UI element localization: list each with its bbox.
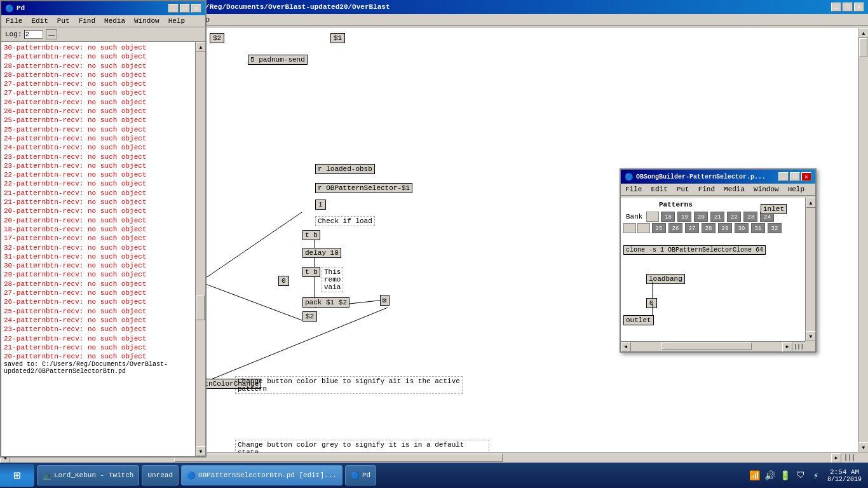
- network-icon[interactable]: 📶: [749, 469, 761, 482]
- pd-vscroll-down[interactable]: ▼: [196, 446, 205, 456]
- pattern-btn-31[interactable]: 31: [751, 223, 765, 233]
- obj-tb-right2[interactable]: t b: [302, 267, 320, 277]
- sub-menu-file[interactable]: File: [623, 185, 644, 194]
- log-line: 28-patternbtn-recv: no such object: [4, 62, 193, 71]
- sub-htrack: [631, 342, 782, 351]
- pattern-btn-28[interactable]: 28: [702, 223, 715, 233]
- sub-obj-inlet[interactable]: inlet: [761, 204, 787, 214]
- obj-tb-right1[interactable]: t b: [302, 230, 320, 240]
- pd-menu-media[interactable]: Media: [102, 17, 127, 25]
- obj-xbox-t[interactable]: ⊠: [380, 295, 390, 306]
- pd-toolbar: Log: —: [1, 27, 205, 42]
- time-display: 2:54 AM: [827, 468, 862, 476]
- pd-menu-file[interactable]: File: [4, 17, 24, 25]
- sub-menu-put[interactable]: Put: [675, 185, 691, 194]
- sub-menu-media[interactable]: Media: [722, 185, 747, 194]
- sub-patch-titlebar: 🔵 OBSongBuilder-PatternSelector.p... _ □…: [621, 170, 815, 184]
- obj-delay10[interactable]: delay 10: [302, 248, 341, 258]
- pd-close-btn[interactable]: ✕: [191, 4, 201, 13]
- bank-label: Bank: [623, 212, 645, 221]
- taskbar-twitch[interactable]: 📺 Lord_Kebun - Twitch: [37, 465, 139, 485]
- sub-obj-outlet[interactable]: outlet: [623, 315, 654, 325]
- pattern-btn-21[interactable]: 21: [710, 212, 724, 222]
- tray-icons: 📶 🔊 🔋 🛡 ⚡: [749, 469, 822, 482]
- obj-r-obpat[interactable]: r OBPatternSelector-$1: [315, 183, 412, 193]
- pattern-btn-30[interactable]: 30: [735, 223, 749, 233]
- shield-icon[interactable]: 🛡: [794, 469, 807, 482]
- pattern-btn-26[interactable]: 26: [668, 223, 682, 233]
- sub-vscroll-up[interactable]: ▲: [806, 198, 816, 208]
- taskbar-unread[interactable]: Unread: [142, 465, 179, 485]
- log-input[interactable]: [24, 30, 43, 39]
- log-line: 30-patternbtn-recv: no such object: [4, 43, 193, 52]
- log-line: 27-patternbtn-recv: no such object: [4, 288, 193, 297]
- pattern-btn-18[interactable]: 18: [661, 212, 675, 222]
- sub-hthumb[interactable]: [661, 342, 752, 350]
- sub-menu-find[interactable]: Find: [696, 185, 717, 194]
- pattern-btn-27[interactable]: 27: [685, 223, 699, 233]
- log-line: 28-patternbtn-recv: no such object: [4, 280, 193, 288]
- vscroll-up-button[interactable]: ▲: [858, 28, 868, 38]
- comment-this: Thisremovaia: [322, 267, 343, 292]
- sub-patch-menubar: File Edit Put Find Media Window Help: [621, 184, 815, 196]
- sub-close-btn[interactable]: ✕: [801, 172, 811, 181]
- obj-1a: 1: [315, 200, 326, 210]
- log-button[interactable]: —: [46, 29, 57, 39]
- sub-obj-clone[interactable]: clone -s 1 OBPatternSelectorClone 64: [623, 245, 766, 255]
- volume-icon[interactable]: 🔊: [764, 469, 776, 482]
- pd-vscroll[interactable]: ▲ ▼: [195, 42, 205, 456]
- log-label: Log:: [5, 30, 22, 38]
- pd-menu-edit[interactable]: Edit: [29, 17, 50, 25]
- start-button[interactable]: ⊞: [0, 464, 34, 487]
- pattern-btn-19[interactable]: 19: [677, 212, 691, 222]
- date-display: 8/12/2019: [827, 476, 862, 483]
- pattern-btn-29[interactable]: 29: [718, 223, 732, 233]
- log-line: 22-patternbtn-recv: no such object: [4, 334, 193, 343]
- pd-menu-help[interactable]: Help: [166, 17, 187, 25]
- pattern-btn-23[interactable]: 23: [743, 212, 757, 222]
- pd-minimize-btn[interactable]: _: [168, 4, 179, 13]
- sub-patch-title-text: OBSongBuilder-PatternSelector.p...: [636, 173, 778, 180]
- pattern-btn-32[interactable]: 32: [768, 223, 782, 233]
- minimize-button[interactable]: _: [831, 3, 841, 11]
- sub-maximize-btn[interactable]: □: [790, 172, 800, 181]
- sub-minimize-btn[interactable]: _: [778, 172, 789, 181]
- pd-vscroll-up[interactable]: ▲: [196, 42, 205, 52]
- sub-hscroll[interactable]: ◄ ► |||: [621, 341, 805, 351]
- log-line: 22-patternbtn-recv: no such object: [4, 179, 193, 188]
- hscroll-right-button[interactable]: ►: [831, 453, 841, 463]
- log-line: 21-patternbtn-recv: no such object: [4, 343, 193, 352]
- pd-menu-find[interactable]: Find: [77, 17, 97, 25]
- obj-r-loaded-obsb2[interactable]: r loaded-obsb: [315, 164, 375, 174]
- sub-hscroll-left[interactable]: ◄: [621, 342, 631, 352]
- sub-vscroll-down[interactable]: ▼: [806, 331, 816, 341]
- pattern-btn-20[interactable]: 20: [694, 212, 708, 222]
- battery-icon[interactable]: 🔋: [779, 469, 792, 482]
- pd-menu-put[interactable]: Put: [55, 17, 72, 25]
- pd-vscroll-thumb[interactable]: [196, 295, 205, 320]
- obj-padnum-send[interactable]: 5 padnum-send: [248, 55, 308, 65]
- close-button[interactable]: ✕: [854, 3, 864, 11]
- gpu-icon[interactable]: ⚡: [810, 469, 822, 482]
- sub-menu-help[interactable]: Help: [786, 185, 806, 194]
- obj-s2b: $2: [302, 311, 317, 322]
- vscroll-down-button[interactable]: ▼: [858, 442, 868, 452]
- clock[interactable]: 2:54 AM 8/12/2019: [827, 468, 862, 483]
- pattern-btn-25[interactable]: 25: [652, 223, 666, 233]
- pd-maximize-btn[interactable]: □: [180, 4, 190, 13]
- log-line: 23-patternbtn-recv: no such object: [4, 161, 193, 170]
- sub-obj-loadbang[interactable]: loadbang: [646, 274, 685, 284]
- sub-menu-window[interactable]: Window: [752, 185, 781, 194]
- patch-vscroll[interactable]: ▲ ▼: [858, 28, 868, 452]
- sub-hscroll-right[interactable]: ►: [782, 342, 792, 352]
- taskbar-pd[interactable]: 🔵 Pd: [345, 465, 376, 485]
- sub-vscroll[interactable]: ▲ ▼: [805, 198, 815, 341]
- taskbar-pd-patch[interactable]: 🔵 OBPatternSelectorBtn.pd [edit]...: [181, 465, 342, 485]
- maximize-button[interactable]: □: [843, 3, 853, 11]
- bank-selector[interactable]: [646, 212, 659, 222]
- sub-menu-edit[interactable]: Edit: [649, 185, 669, 194]
- obj-pack2[interactable]: pack $1 $2: [302, 297, 349, 308]
- pd-menu-window[interactable]: Window: [132, 17, 161, 25]
- pattern-btn-22[interactable]: 22: [727, 212, 741, 222]
- comment-checkload: Check if load: [315, 216, 375, 226]
